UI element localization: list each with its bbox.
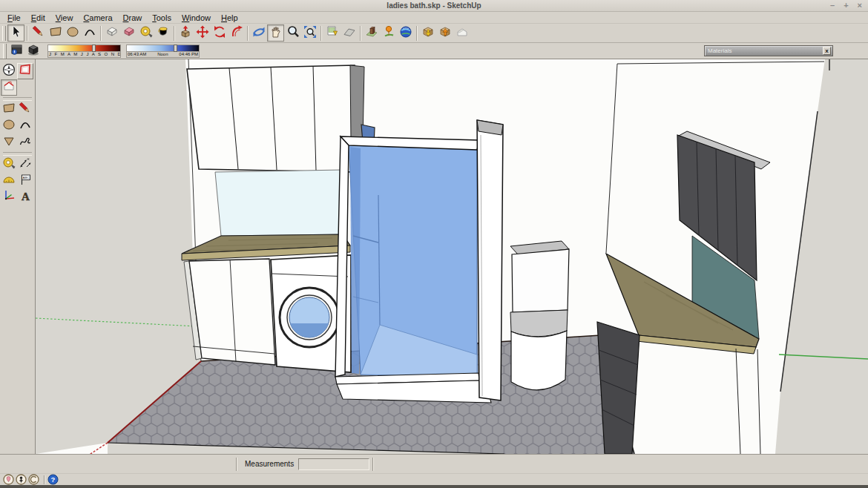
measurements-input[interactable] [298,458,369,470]
push-pull-tool-button[interactable] [177,24,194,42]
axes-icon [2,189,16,205]
main-toolbar [0,24,868,43]
compass-tool-button[interactable] [1,63,17,79]
shadow-date-slider[interactable]: J F M A M J J A S O N D [47,44,121,58]
minimize-button[interactable]: – [830,1,835,10]
offset-icon [230,25,243,42]
question-glyph: ? [51,475,56,484]
rectangle-tool-button-side[interactable] [1,102,17,118]
circle-tool-button-side[interactable] [1,118,17,134]
polygon-tool-button[interactable] [1,134,17,151]
help-icon[interactable]: ? [47,474,59,485]
maximize-button[interactable]: + [844,1,848,10]
close-button[interactable]: × [858,1,862,10]
menu-file[interactable]: File [2,13,26,22]
orbit-icon [252,25,266,42]
menu-draw[interactable]: Draw [118,13,148,22]
tape-measure-tool-button[interactable] [137,24,154,42]
rectangle-icon [2,102,16,118]
protractor-icon [2,173,16,189]
tape-measure-tool-button-side[interactable] [1,156,17,173]
red-face-icon [19,63,32,79]
line-tool-button[interactable] [30,24,47,42]
materials-panel[interactable]: Materials x [704,45,833,56]
shadow-settings-button[interactable] [8,44,25,59]
push-pull-icon [179,25,192,42]
text-tool-button[interactable]: ABC [17,173,33,189]
erase-delete-button[interactable] [120,24,137,42]
left-tool-sidebar: ABC A [0,59,36,454]
time-slider-handle[interactable] [174,44,177,52]
base-cabinet [184,259,275,365]
offset-tool-button[interactable] [228,24,245,42]
add-location-button[interactable] [380,24,397,42]
menu-camera[interactable]: Camera [78,13,117,22]
select-tool-button[interactable] [7,24,24,42]
materials-close-button[interactable]: x [823,47,831,55]
globe-icon [399,25,412,42]
tape-measure-icon [139,25,153,42]
menu-help[interactable]: Help [216,13,243,22]
backsplash [215,170,343,236]
circle-icon [66,25,79,42]
line-tool-button-side[interactable] [17,102,33,118]
face-view-button[interactable] [17,63,33,79]
get-models-button[interactable] [419,24,436,42]
rectangle-tool-button[interactable] [47,24,64,42]
paint-bucket-tool-button[interactable] [154,24,171,42]
get-current-view-button[interactable] [323,24,341,42]
toilet-pedestal [511,331,567,390]
building-maker-button[interactable] [453,24,470,42]
pink-eraser-icon [122,25,136,42]
preview-google-earth-button[interactable] [397,24,414,42]
toolbar-grip[interactable] [3,44,7,59]
menu-tools[interactable]: Tools [147,13,177,22]
measurements-bar: Measurements [0,454,868,473]
dimension-tool-button[interactable] [17,156,33,173]
shadow-time-slider[interactable]: 06:43 AM Noon 04:46 PM [126,44,200,58]
circle-tool-button[interactable] [64,24,81,42]
rotate-tool-button[interactable] [211,24,228,42]
freehand-tool-button[interactable] [17,134,33,151]
share-model-button[interactable] [436,24,453,42]
date-gradient-bar[interactable] [48,45,120,52]
sidebar-separator [3,152,32,156]
move-tool-button[interactable] [194,24,211,42]
time-gradient-bar[interactable] [127,45,199,52]
box-upload-icon [438,25,452,42]
orbit-tool-button[interactable] [250,24,267,42]
menu-view[interactable]: View [50,13,79,22]
toggle-terrain-button[interactable] [341,24,358,42]
zoom-extents-tool-button[interactable] [301,24,318,42]
toggle-shadows-button[interactable] [25,44,42,59]
axes-tool-button[interactable] [1,189,17,205]
abc-glyph: ABC [23,176,30,179]
date-slider-handle[interactable] [92,44,96,52]
eraser-icon [105,25,119,42]
month-tick-labels: J F M A M J J A S O N D [49,52,120,56]
house-outline-icon [456,25,469,42]
photo-textures-button[interactable] [363,24,380,42]
toolbar-grip[interactable] [2,26,6,41]
geolocation-status-icon[interactable] [3,474,14,485]
text-flag-icon: ABC [19,173,32,189]
arc-tool-button-side[interactable] [17,118,33,134]
menu-edit[interactable]: Edit [26,13,50,22]
viewport-3d-canvas[interactable] [36,59,868,454]
3d-text-tool-button[interactable]: A [17,189,33,205]
rotate-icon [213,25,226,42]
claim-credit-icon[interactable] [16,474,27,485]
iso-view-button[interactable] [1,79,17,96]
pencil-icon [32,25,45,42]
credits-icon[interactable] [28,474,39,485]
menu-window[interactable]: Window [177,13,216,22]
paint-bucket-icon [157,25,170,42]
sidebar-separator [3,97,32,101]
arc-tool-button[interactable] [81,24,98,42]
protractor-tool-button[interactable] [1,173,17,189]
pan-tool-button[interactable] [267,24,284,42]
window-controls: – + × [830,1,862,10]
building-map-icon [365,25,378,42]
zoom-tool-button[interactable] [284,24,301,42]
eraser-tool-button[interactable] [103,24,120,42]
